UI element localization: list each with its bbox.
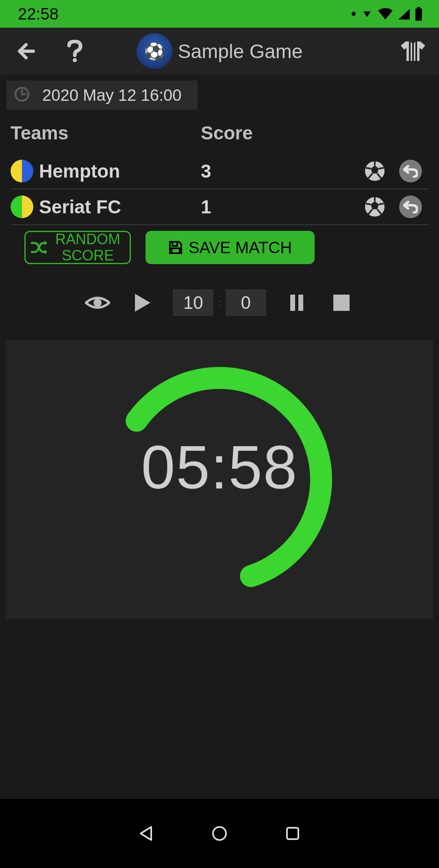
status-bar: 22:58 — [0, 0, 439, 28]
wifi-icon — [377, 7, 393, 20]
arrow-left-icon — [16, 41, 36, 61]
svg-marker-24 — [141, 827, 151, 840]
triangle-left-icon — [138, 825, 154, 842]
date-chip[interactable]: 2020 May 12 16:00 — [7, 80, 198, 110]
seconds-input[interactable]: 0 — [226, 289, 266, 316]
save-match-button[interactable]: SAVE MATCH — [146, 231, 315, 264]
svg-marker-19 — [135, 294, 150, 312]
button-row: RANDOM SCORE SAVE MATCH — [11, 225, 428, 264]
soccer-ball-icon — [364, 196, 385, 217]
team-name: Seriat FC — [39, 196, 121, 218]
team-score: 3 — [201, 160, 250, 182]
svg-rect-26 — [287, 828, 298, 839]
svg-rect-6 — [409, 41, 411, 61]
svg-point-5 — [73, 58, 77, 62]
svg-point-18 — [93, 299, 102, 307]
jersey-button[interactable] — [397, 35, 429, 67]
svg-rect-8 — [415, 41, 417, 61]
team-badge — [11, 195, 33, 218]
system-nav — [0, 799, 439, 868]
team-badge — [11, 160, 33, 182]
dot-icon — [350, 11, 357, 17]
svg-point-25 — [213, 827, 226, 840]
soccer-ball-icon — [364, 161, 385, 182]
svg-rect-22 — [333, 295, 350, 311]
svg-rect-4 — [417, 7, 420, 9]
table-header: Teams Score — [11, 122, 428, 144]
app-bar: Sample Game — [0, 28, 439, 75]
svg-marker-2 — [398, 9, 410, 20]
time-colon: : — [218, 298, 221, 308]
question-icon — [66, 40, 84, 63]
stop-button[interactable] — [327, 289, 356, 317]
table-row: Seriat FC 1 — [11, 189, 428, 225]
svg-rect-7 — [412, 44, 414, 61]
square-icon — [285, 825, 301, 842]
undo-icon — [403, 165, 418, 178]
timer-controls: 10 : 0 — [0, 289, 439, 317]
header-teams: Teams — [11, 122, 201, 144]
save-match-label: SAVE MATCH — [189, 239, 292, 257]
pause-button[interactable] — [283, 289, 311, 317]
clock-icon — [14, 86, 30, 104]
random-score-label: RANDOM SCORE — [51, 231, 124, 263]
shuffle-icon — [31, 241, 47, 254]
undo-goal-button[interactable] — [399, 160, 422, 182]
svg-rect-20 — [290, 295, 295, 311]
pause-icon — [289, 294, 304, 312]
team-score: 1 — [201, 196, 250, 218]
dropdown-icon — [361, 9, 373, 19]
status-time: 22:58 — [18, 5, 59, 23]
add-goal-button[interactable] — [363, 160, 386, 182]
header-score: Score — [201, 122, 253, 144]
add-goal-button[interactable] — [363, 195, 386, 218]
app-logo — [137, 33, 172, 69]
play-button[interactable] — [128, 289, 156, 317]
save-icon — [168, 240, 183, 255]
svg-marker-15 — [45, 250, 47, 254]
nav-recent[interactable] — [280, 821, 305, 846]
undo-icon — [403, 200, 418, 213]
view-button[interactable] — [83, 289, 112, 317]
play-icon — [133, 293, 151, 312]
score-table: Teams Score Hempton 3 — [0, 110, 439, 264]
team-name: Hempton — [39, 160, 120, 182]
stop-icon — [333, 294, 350, 312]
svg-rect-17 — [172, 248, 180, 253]
status-icons — [350, 7, 423, 21]
svg-rect-3 — [415, 9, 422, 21]
minutes-input[interactable]: 10 — [173, 289, 213, 316]
nav-back[interactable] — [134, 821, 159, 846]
help-button[interactable] — [59, 35, 91, 67]
svg-rect-21 — [298, 295, 303, 311]
svg-point-0 — [352, 12, 356, 16]
table-row: Hempton 3 — [11, 154, 428, 189]
page-title: Sample Game — [178, 40, 303, 63]
date-text: 2020 May 12 16:00 — [42, 86, 181, 104]
timer-display: 05:58 — [141, 432, 298, 503]
signal-icon — [398, 7, 411, 20]
svg-marker-14 — [45, 241, 47, 245]
eye-icon — [85, 295, 110, 311]
timer-panel: 05:58 — [6, 340, 433, 619]
svg-rect-16 — [172, 242, 177, 246]
random-score-button[interactable]: RANDOM SCORE — [24, 231, 131, 264]
back-button[interactable] — [10, 35, 42, 67]
svg-marker-1 — [363, 11, 371, 17]
circle-icon — [211, 825, 228, 842]
battery-icon — [415, 7, 423, 21]
undo-goal-button[interactable] — [399, 195, 422, 218]
nav-home[interactable] — [207, 821, 232, 846]
jersey-icon — [400, 41, 426, 62]
